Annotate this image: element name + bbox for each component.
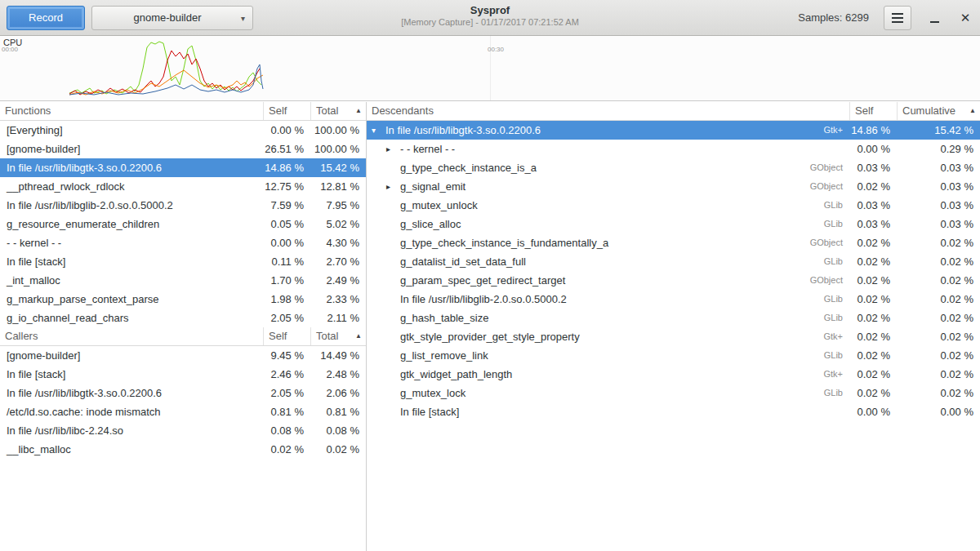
function-name: __pthread_rwlock_rdlock [0,177,263,196]
descendants-self-column-header[interactable]: Self [849,102,897,120]
table-row[interactable]: __pthread_rwlock_rdlock 12.75 % 12.81 % [0,177,366,196]
callers-total-column-header[interactable]: Total ▲ [310,327,366,345]
functions-column-header[interactable]: Functions [0,102,263,120]
library-badge: GLib [824,215,849,233]
tree-row[interactable]: ▸ - - kernel - - 0.00 % 0.29 % [367,140,980,158]
cpu-graph[interactable]: CPU 00:00 00:30 [0,36,980,101]
menu-button[interactable] [884,6,911,30]
descendant-name: g_datalist_id_set_data_full [400,252,526,271]
self-percent: 9.45 % [263,346,310,365]
descendant-name: g_mutex_lock [400,384,466,402]
sort-arrow-icon: ▲ [969,102,976,120]
tree-row[interactable]: g_type_check_instance_is_fundamentally_a… [367,233,980,252]
table-row[interactable]: /etc/ld.so.cache: inode mismatch 0.81 % … [0,402,366,421]
callers-column-header[interactable]: Callers [0,327,263,345]
descendant-name: In file /usr/lib/libglib-2.0.so.0.5000.2 [400,290,567,309]
function-name: In file /usr/lib/libglib-2.0.so.0.5000.2 [0,196,263,215]
tree-row[interactable]: g_hash_table_size GLib 0.02 % 0.02 % [367,309,980,327]
self-percent: 0.02 % [849,177,897,196]
tree-row[interactable]: g_param_spec_get_redirect_target GObject… [367,271,980,290]
expander-icon[interactable]: ▸ [386,177,400,196]
callers-self-column-header[interactable]: Self [263,327,310,345]
tree-row[interactable]: g_slice_alloc GLib 0.03 % 0.03 % [367,215,980,233]
record-button[interactable]: Record [7,6,85,30]
self-percent: 0.02 % [849,271,897,290]
library-badge: GObject [810,233,849,252]
tree-row[interactable]: ▸ g_signal_emit GObject 0.02 % 0.03 % [367,177,980,196]
minimize-button[interactable] [926,10,942,26]
library-badge: GLib [824,384,849,402]
caller-name: In file [stack] [0,365,263,384]
descendant-name: g_list_remove_link [400,346,488,365]
self-percent: 0.81 % [263,402,310,421]
tree-row[interactable]: In file [stack] 0.00 % 0.00 % [367,402,980,421]
table-row[interactable]: [gnome-builder] 9.45 % 14.49 % [0,346,366,365]
tree-row[interactable]: g_list_remove_link GLib 0.02 % 0.02 % [367,346,980,365]
functions-self-column-header[interactable]: Self [263,102,310,120]
expander-icon[interactable]: ▾ [372,121,385,140]
callers-table: Callers Self Total ▲ [gnome-builder] 9.4… [0,327,366,459]
cumulative-percent: 15.42 % [897,121,980,140]
table-row[interactable]: In file [stack] 2.46 % 2.48 % [0,365,366,384]
tree-row[interactable]: g_mutex_lock GLib 0.02 % 0.02 % [367,384,980,402]
descendant-name: g_signal_emit [400,177,466,196]
descendant-name-cell: g_hash_table_size GLib [367,309,849,327]
library-badge: GObject [810,158,849,177]
descendant-name: In file /usr/lib/libgtk-3.so.0.2200.6 [385,121,541,140]
cumulative-percent: 0.02 % [897,365,980,384]
tree-row[interactable]: g_type_check_instance_is_a GObject 0.03 … [367,158,980,177]
total-percent: 2.70 % [310,252,366,271]
table-row[interactable]: [gnome-builder] 26.51 % 100.00 % [0,140,366,158]
table-row[interactable]: [Everything] 0.00 % 100.00 % [0,121,366,140]
table-row[interactable]: g_io_channel_read_chars 2.05 % 2.11 % [0,309,366,327]
self-percent: 0.02 % [849,346,897,365]
table-row[interactable]: g_markup_parse_context_parse 1.98 % 2.33… [0,290,366,309]
tree-row[interactable]: In file /usr/lib/libglib-2.0.so.0.5000.2… [367,290,980,309]
descendant-name: gtk_widget_path_length [400,365,512,384]
descendant-name: In file [stack] [400,402,459,421]
expander-icon[interactable]: ▸ [386,140,400,158]
tree-row[interactable]: g_datalist_id_set_data_full GLib 0.02 % … [367,252,980,271]
self-percent: 0.02 % [849,384,897,402]
tree-row[interactable]: ▾ In file /usr/lib/libgtk-3.so.0.2200.6 … [367,121,980,140]
cumulative-percent: 0.02 % [897,271,980,290]
table-row[interactable]: g_resource_enumerate_children 0.05 % 5.0… [0,215,366,233]
table-row[interactable]: - - kernel - - 0.00 % 4.30 % [0,233,366,252]
descendants-column-header[interactable]: Descendants [367,102,849,120]
table-row[interactable]: _int_malloc 1.70 % 2.49 % [0,271,366,290]
table-row[interactable]: In file /usr/lib/libc-2.24.so 0.08 % 0.0… [0,421,366,440]
descendants-cumulative-column-header[interactable]: Cumulative ▲ [897,102,980,120]
tree-row[interactable]: g_mutex_unlock GLib 0.03 % 0.03 % [367,196,980,215]
self-percent: 2.46 % [263,365,310,384]
descendant-name-cell: g_slice_alloc GLib [367,215,849,233]
descendant-name-cell: g_type_check_instance_is_fundamentally_a… [367,233,849,252]
cumulative-percent: 0.02 % [897,309,980,327]
cpu-line-cpu-red [69,51,260,95]
descendant-name: g_param_spec_get_redirect_target [400,271,565,290]
close-button[interactable]: ✕ [957,10,973,26]
cumulative-percent: 0.29 % [897,140,980,158]
library-badge: GObject [810,271,849,290]
total-percent: 2.33 % [310,290,366,309]
cpu-line-cpu-orange [69,70,263,95]
app-title: Sysprof [318,4,662,16]
descendant-name-cell: gtk_style_provider_get_style_property Gt… [367,327,849,346]
tree-row[interactable]: gtk_style_provider_get_style_property Gt… [367,327,980,346]
total-percent: 2.11 % [310,309,366,327]
process-selector-dropdown[interactable]: gnome-builder ▾ [91,6,253,30]
self-percent: 2.05 % [263,309,310,327]
table-row[interactable]: In file /usr/lib/libgtk-3.so.0.2200.6 2.… [0,384,366,402]
tree-row[interactable]: gtk_widget_path_length Gtk+ 0.02 % 0.02 … [367,365,980,384]
total-percent: 2.49 % [310,271,366,290]
table-row[interactable]: In file [stack] 0.11 % 2.70 % [0,252,366,271]
library-badge: Gtk+ [823,327,849,346]
table-row[interactable]: In file /usr/lib/libgtk-3.so.0.2200.6 14… [0,158,366,177]
library-badge: Gtk+ [823,365,849,384]
table-row[interactable]: __libc_malloc 0.02 % 0.02 % [0,440,366,459]
samples-count: Samples: 6299 [798,11,869,24]
total-percent: 14.49 % [310,346,366,365]
functions-total-column-header[interactable]: Total ▲ [310,102,366,120]
header-bar: Record gnome-builder ▾ Sysprof [Memory C… [0,0,980,36]
total-percent: 15.42 % [310,158,366,177]
table-row[interactable]: In file /usr/lib/libglib-2.0.so.0.5000.2… [0,196,366,215]
